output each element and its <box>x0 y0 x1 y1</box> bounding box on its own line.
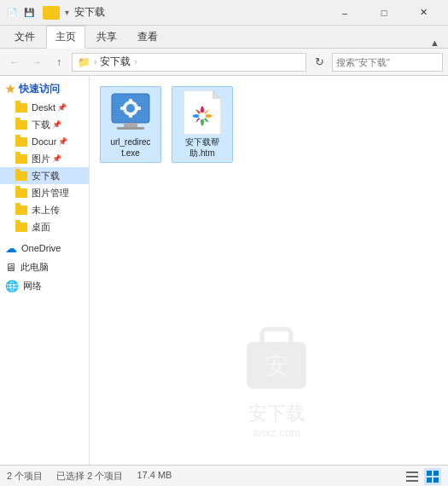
sidebar-item-network[interactable]: 🌐 网络 <box>0 276 89 295</box>
search-input[interactable] <box>336 57 448 67</box>
this-pc-label: 此电脑 <box>20 261 49 274</box>
list-view-button[interactable] <box>404 468 421 485</box>
folder-icon <box>15 137 27 147</box>
sidebar-item-pictures[interactable]: 图片 📌 <box>0 150 89 167</box>
folder-icon <box>15 171 27 181</box>
exe-file-label: url_redirect.exe <box>110 136 150 159</box>
ribbon-tabs: 文件 主页 共享 查看 ▲ <box>0 26 448 48</box>
sidebar-item-label: 桌面 <box>32 221 50 234</box>
save-icon: 💾 <box>22 6 36 20</box>
pin-icon: 📌 <box>52 120 61 129</box>
sidebar-item-label: 图片管理 <box>32 187 69 200</box>
svg-rect-10 <box>120 107 124 110</box>
ribbon: 文件 主页 共享 查看 ▲ <box>0 26 448 49</box>
watermark-url: anxz.com <box>253 426 300 439</box>
quick-access-label: 快速访问 <box>19 82 60 96</box>
network-icon: 🌐 <box>5 280 19 292</box>
svg-rect-8 <box>129 99 132 102</box>
svg-rect-9 <box>129 114 132 118</box>
svg-rect-22 <box>433 477 439 483</box>
sidebar-item-label: 未上传 <box>32 204 60 217</box>
svg-rect-17 <box>406 476 418 477</box>
quick-access-header[interactable]: ★ 快速访问 <box>0 79 89 99</box>
title-bar-icons: 📄 💾 ▾ <box>5 6 69 20</box>
sidebar-item-label: 安下载 <box>32 170 60 182</box>
sidebar-item-picture-manager[interactable]: 图片管理 <box>0 184 89 201</box>
watermark: 安 安下载 anxz.com <box>238 321 315 439</box>
computer-icon: 🖥 <box>5 261 16 274</box>
main-layout: ★ 快速访问 Deskt 📌 下载 📌 Docur 📌 图片 📌 安下载 <box>0 76 448 465</box>
sidebar-item-desktop[interactable]: Deskt 📌 <box>0 99 89 116</box>
svg-rect-1 <box>262 329 291 346</box>
sidebar-item-not-uploaded[interactable]: 未上传 <box>0 201 89 218</box>
sidebar-item-anzaixia[interactable]: 安下载 <box>0 167 89 184</box>
folder-icon <box>15 223 27 232</box>
ribbon-collapse-btn[interactable]: ▲ <box>427 34 443 48</box>
selected-info: 已选择 2 个项目 <box>56 470 123 483</box>
file-item-exe[interactable]: url_redirect.exe <box>100 86 161 163</box>
sidebar-item-label: 下载 <box>32 119 50 131</box>
close-button[interactable]: ✕ <box>404 0 443 26</box>
folder-icon <box>43 6 60 20</box>
window-controls: – □ ✕ <box>325 0 443 26</box>
search-bar[interactable]: 🔍 <box>332 53 443 72</box>
svg-point-7 <box>126 104 135 113</box>
folder-icon <box>15 120 27 130</box>
htm-file-icon <box>183 90 221 135</box>
svg-rect-18 <box>406 480 418 482</box>
file-item-htm[interactable]: 安下载帮助.htm <box>172 86 233 163</box>
folder-icon <box>15 103 27 113</box>
sidebar: ★ 快速访问 Deskt 📌 下载 📌 Docur 📌 图片 📌 安下载 <box>0 76 90 465</box>
address-bar: ← → ↑ 📁 › 安下载 › ↻ 🔍 <box>0 49 448 76</box>
status-left: 2 个项目 已选择 2 个项目 17.4 MB <box>7 470 404 483</box>
pin-icon: 📌 <box>52 154 61 163</box>
files-grid: url_redirect.exe <box>96 83 441 166</box>
title-bar: 📄 💾 ▾ 安下载 – □ ✕ <box>0 0 448 26</box>
svg-marker-13 <box>212 90 221 99</box>
tab-home[interactable]: 主页 <box>46 26 85 49</box>
breadcrumb-label: 安下载 <box>100 55 131 69</box>
refresh-button[interactable]: ↻ <box>310 53 329 72</box>
svg-rect-19 <box>427 471 432 476</box>
back-button[interactable]: ← <box>5 53 24 72</box>
sidebar-item-download[interactable]: 下载 📌 <box>0 116 89 133</box>
window-title: 安下载 <box>69 5 325 20</box>
watermark-bag-icon: 安 <box>238 321 315 397</box>
folder-icon <box>15 154 27 164</box>
cloud-icon: ☁ <box>5 241 17 255</box>
network-label: 网络 <box>23 280 42 292</box>
tab-view[interactable]: 查看 <box>128 26 167 48</box>
htm-file-label: 安下载帮助.htm <box>185 136 219 159</box>
folder-icon <box>15 205 27 215</box>
sidebar-item-label: 图片 <box>32 153 50 165</box>
item-count: 2 个项目 <box>7 470 43 483</box>
sidebar-item-desk[interactable]: 桌面 <box>0 218 89 235</box>
exe-file-icon <box>108 90 153 135</box>
breadcrumb-home-icon: 📁 <box>78 56 90 68</box>
sidebar-item-onedrive[interactable]: ☁ OneDrive <box>0 239 89 257</box>
tab-file[interactable]: 文件 <box>5 26 44 48</box>
exe-icon-wrapper <box>108 90 153 135</box>
pin-icon: 📌 <box>57 103 67 112</box>
sidebar-item-documents[interactable]: Docur 📌 <box>0 133 89 150</box>
blank-page-icon: 📄 <box>5 6 19 20</box>
pin-icon: 📌 <box>58 137 67 146</box>
svg-text:安: 安 <box>265 352 288 379</box>
tab-share[interactable]: 共享 <box>87 26 126 48</box>
up-button[interactable]: ↑ <box>49 53 68 72</box>
file-area: 安 安下载 anxz.com <box>90 76 448 465</box>
minimize-button[interactable]: – <box>325 0 364 26</box>
onedrive-label: OneDrive <box>21 243 61 253</box>
forward-button[interactable]: → <box>27 53 46 72</box>
icon-view-button[interactable] <box>424 468 441 485</box>
htm-icon-wrapper <box>180 90 224 135</box>
svg-rect-5 <box>117 127 144 130</box>
svg-rect-16 <box>406 472 418 473</box>
breadcrumb[interactable]: 📁 › 安下载 › <box>72 53 306 72</box>
svg-rect-4 <box>124 123 137 127</box>
sidebar-item-this-pc[interactable]: 🖥 此电脑 <box>0 257 89 276</box>
svg-rect-0 <box>247 342 306 389</box>
svg-rect-20 <box>433 471 439 476</box>
maximize-button[interactable]: □ <box>364 0 404 26</box>
svg-point-15 <box>199 113 206 119</box>
